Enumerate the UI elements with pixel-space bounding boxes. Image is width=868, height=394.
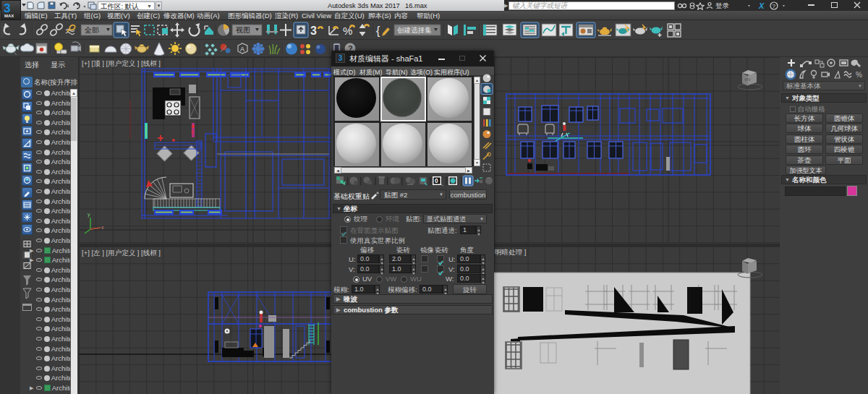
svg-text:MV: MV	[744, 77, 751, 82]
svg-text:{: {	[376, 25, 380, 37]
svg-text:?: ?	[773, 3, 776, 9]
svg-text:登录: 登录	[715, 1, 730, 9]
svg-text:y: y	[88, 212, 90, 218]
svg-text:视图: 视图	[236, 26, 250, 34]
svg-text:创建选择集: 创建选择集	[397, 26, 432, 34]
svg-text:0: 0	[435, 177, 438, 184]
svg-text:3: 3	[310, 25, 317, 37]
svg-text:x: x	[101, 225, 104, 230]
svg-text:全部: 全部	[84, 26, 99, 34]
svg-text:A: A	[240, 46, 244, 53]
svg-text:%: %	[856, 71, 862, 79]
svg-text:X: X	[758, 1, 765, 10]
